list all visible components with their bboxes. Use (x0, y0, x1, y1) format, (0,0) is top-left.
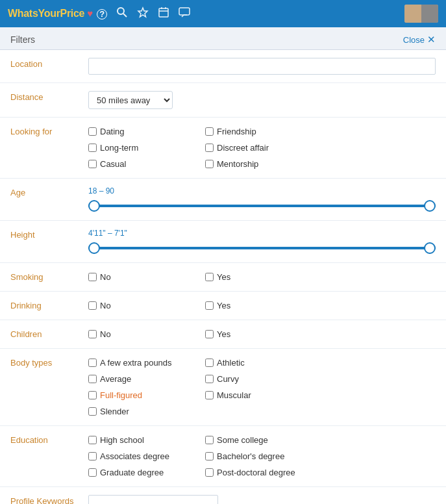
cb-casual[interactable]: Casual (88, 158, 205, 170)
cb-high-school-input[interactable] (88, 436, 97, 444)
brand-logo[interactable]: WhatsYourPrice ♥ ? (8, 8, 107, 19)
cb-dating-input[interactable] (88, 127, 97, 136)
cb-smoking-yes-input[interactable] (205, 273, 214, 281)
cb-drinking-no[interactable]: No (88, 299, 205, 312)
cb-average-input[interactable] (88, 375, 97, 383)
cb-extra-pounds-input[interactable] (88, 359, 97, 367)
cb-associates-input[interactable] (88, 452, 97, 460)
svg-rect-3 (159, 8, 168, 17)
children-content: No Yes (88, 328, 436, 340)
height-slider-max[interactable] (88, 242, 436, 255)
filters-title: Filters (10, 34, 35, 45)
drinking-label: Drinking (10, 299, 88, 310)
distance-label: Distance (10, 91, 88, 102)
heart-icon: ♥ (87, 8, 93, 19)
cb-mentorship[interactable]: Mentorship (205, 158, 322, 170)
cb-curvy-input[interactable] (205, 375, 214, 383)
cb-some-college-input[interactable] (205, 436, 214, 444)
cb-drinking-yes-input[interactable] (205, 301, 214, 310)
cb-some-college[interactable]: Some college (205, 434, 322, 446)
brand-your: Your (38, 8, 60, 19)
cb-smoking-no[interactable]: No (88, 271, 205, 283)
calendar-icon[interactable] (158, 6, 169, 21)
cb-some-college-label: Some college (217, 435, 268, 445)
filter-height: Height 4'11" – 7'1" (0, 221, 446, 263)
filter-looking-for: Looking for Dating Friendship Long-term … (0, 118, 446, 179)
cb-children-no-input[interactable] (88, 330, 97, 338)
cb-curvy[interactable]: Curvy (205, 373, 322, 385)
cb-full-figured[interactable]: Full-figured (88, 389, 205, 401)
children-label: Children (10, 328, 88, 339)
svg-point-0 (118, 8, 124, 14)
cb-high-school-label: High school (100, 435, 144, 445)
cb-children-yes[interactable]: Yes (205, 328, 322, 340)
filters-panel: Filters Close ✕ (0, 27, 446, 50)
cb-drinking-no-input[interactable] (88, 301, 97, 310)
cb-associates[interactable]: Associates degree (88, 450, 205, 462)
cb-extra-pounds-label: A few extra pounds (100, 358, 172, 368)
svg-marker-2 (138, 8, 147, 17)
cb-athletic[interactable]: Athletic (205, 357, 322, 369)
cb-children-no[interactable]: No (88, 328, 205, 340)
cb-longterm-label: Long-term (100, 143, 138, 153)
filter-education: Education High school Some college Assoc… (0, 426, 446, 487)
search-icon[interactable] (116, 6, 128, 21)
cb-dating[interactable]: Dating (88, 125, 205, 138)
cb-longterm-input[interactable] (88, 144, 97, 152)
cb-post-doctoral[interactable]: Post-doctoral degree (205, 466, 322, 479)
cb-smoking-yes[interactable]: Yes (205, 271, 322, 283)
location-input[interactable] (88, 58, 436, 75)
distance-select[interactable]: 10 miles away 25 miles away 50 miles awa… (88, 91, 173, 109)
cb-slender-input[interactable] (88, 407, 97, 416)
cb-bachelors[interactable]: Bachelor's degree (205, 450, 322, 462)
cb-muscular[interactable]: Muscular (205, 389, 322, 401)
cb-drinking-yes-label: Yes (217, 301, 230, 310)
height-range-label: 4'11" – 7'1" (88, 229, 436, 238)
cb-smoking-no-input[interactable] (88, 273, 97, 281)
cb-smoking-yes-label: Yes (217, 272, 230, 282)
cb-friendship[interactable]: Friendship (205, 125, 322, 138)
cb-friendship-input[interactable] (205, 127, 214, 136)
drinking-content: No Yes (88, 299, 436, 312)
cb-athletic-label: Athletic (217, 358, 245, 368)
cb-children-yes-input[interactable] (205, 330, 214, 338)
close-label: Close (403, 35, 425, 45)
profile-keywords-label: Profile Keywords (10, 495, 88, 504)
cb-average[interactable]: Average (88, 373, 205, 385)
main-content: Location Distance 10 miles away 25 miles… (0, 50, 446, 504)
star-icon[interactable] (137, 6, 149, 21)
height-slider-container (88, 242, 436, 255)
cb-post-doctoral-input[interactable] (205, 468, 214, 477)
cb-casual-input[interactable] (88, 160, 97, 168)
cb-discreet-input[interactable] (205, 144, 214, 152)
cb-drinking-yes[interactable]: Yes (205, 299, 322, 312)
body-types-content: A few extra pounds Athletic Average Curv… (88, 357, 436, 418)
cb-mentorship-input[interactable] (205, 160, 214, 168)
chat-icon[interactable] (179, 6, 190, 21)
filter-children: Children No Yes (0, 320, 446, 349)
cb-graduate[interactable]: Graduate degree (88, 466, 205, 479)
cb-full-figured-input[interactable] (88, 391, 97, 399)
education-options: High school Some college Associates degr… (88, 434, 436, 479)
cb-slender[interactable]: Slender (88, 405, 436, 418)
cb-muscular-input[interactable] (205, 391, 214, 399)
cb-extra-pounds[interactable]: A few extra pounds (88, 357, 205, 369)
cb-bachelors-input[interactable] (205, 452, 214, 460)
age-range-label: 18 – 90 (88, 186, 436, 195)
age-slider-max[interactable] (88, 199, 436, 212)
education-content: High school Some college Associates degr… (88, 434, 436, 479)
close-button[interactable]: Close ✕ (403, 34, 436, 45)
avatar[interactable] (404, 5, 438, 23)
keywords-input[interactable] (88, 495, 218, 504)
cb-full-figured-label: Full-figured (100, 390, 142, 400)
cb-graduate-input[interactable] (88, 468, 97, 477)
cb-athletic-input[interactable] (205, 359, 214, 367)
svg-rect-7 (179, 8, 190, 15)
cb-discreet[interactable]: Discreet affair (205, 142, 322, 154)
cb-high-school[interactable]: High school (88, 434, 205, 446)
cb-average-label: Average (100, 374, 131, 384)
looking-for-label: Looking for (10, 125, 88, 136)
svg-line-1 (123, 14, 127, 17)
cb-longterm[interactable]: Long-term (88, 142, 205, 154)
education-label: Education (10, 434, 88, 445)
